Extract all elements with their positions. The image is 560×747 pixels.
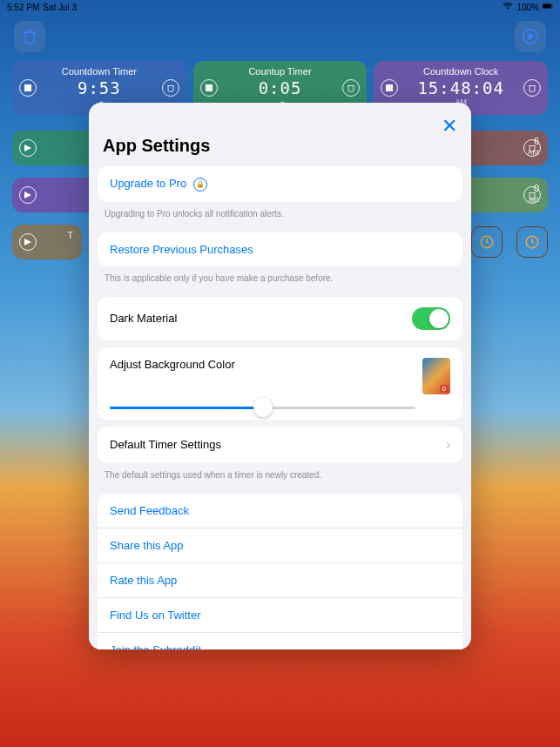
timer-time: 0:05 [202, 78, 359, 98]
bg-slider[interactable] [110, 407, 415, 409]
adjust-bg-label: Adjust Background Color [110, 358, 235, 371]
trash-icon[interactable] [342, 79, 360, 97]
battery-icon [543, 2, 553, 12]
play-circle-button[interactable] [515, 21, 546, 52]
adjust-bg-row: Adjust Background Color [98, 347, 462, 420]
restore-note: This is applicable only if you have make… [89, 270, 471, 290]
chevron-right-icon: › [446, 437, 450, 453]
bg-preview-thumb[interactable] [422, 358, 450, 394]
stop-icon[interactable] [381, 79, 398, 97]
trash-icon[interactable] [523, 186, 541, 204]
upgrade-label: Upgrade to Pro [110, 177, 186, 190]
subreddit-row[interactable]: Join the Subreddit [98, 633, 462, 649]
stop-icon[interactable] [200, 79, 218, 97]
upgrade-note: Upgrading to Pro unlocks all notificatio… [89, 205, 471, 225]
slider-thumb[interactable] [253, 398, 273, 417]
timer-title: Countdown Clock [382, 66, 539, 77]
battery-pct: 100% [516, 3, 539, 12]
lock-icon: 🔒 [193, 178, 207, 192]
dark-material-label: Dark Material [110, 312, 177, 325]
svg-rect-0 [543, 4, 551, 9]
close-button[interactable]: ✕ [442, 115, 457, 138]
status-time: 5:52 PM [7, 3, 39, 12]
modal-title: App Settings [103, 136, 210, 156]
play-icon[interactable] [19, 139, 37, 157]
play-icon[interactable] [19, 186, 37, 204]
dark-material-toggle[interactable] [412, 307, 450, 330]
trash-icon[interactable] [523, 139, 541, 157]
trash-icon[interactable] [523, 79, 541, 97]
dark-material-row[interactable]: Dark Material [98, 297, 462, 340]
timer-card[interactable]: T [12, 225, 82, 259]
svg-rect-4 [206, 84, 213, 91]
svg-rect-3 [24, 84, 31, 91]
timer-title: Countup Timer [202, 66, 359, 77]
svg-rect-1 [552, 5, 553, 7]
restore-label: Restore Previous Purchases [110, 243, 253, 256]
stop-icon[interactable] [19, 79, 37, 97]
clock-button[interactable] [516, 226, 548, 258]
upgrade-pro-row[interactable]: Upgrade to Pro 🔒 [98, 166, 462, 202]
timer-time: 15:48:04 [382, 78, 539, 98]
rate-app-row[interactable]: Rate this App [98, 563, 462, 598]
timer-time: 9:53 [21, 78, 178, 98]
restore-purchases-row[interactable]: Restore Previous Purchases [98, 232, 462, 266]
trash-button[interactable] [14, 21, 45, 52]
timer-title: Countdown Timer [21, 66, 178, 77]
trash-icon[interactable] [162, 79, 179, 97]
settings-modal: App Settings ✕ Upgrade to Pro 🔒 Upgradin… [89, 103, 471, 649]
wifi-icon [503, 2, 513, 12]
default-note: The default settings used when a timer i… [89, 467, 471, 487]
status-bar: 5:52 PM Sat Jul 3 100% [0, 0, 560, 14]
status-date: Sat Jul 3 [43, 3, 77, 12]
send-feedback-row[interactable]: Send Feedback [98, 494, 462, 528]
svg-rect-5 [386, 84, 393, 91]
share-app-row[interactable]: Share this App [98, 528, 462, 563]
default-timer-row[interactable]: Default Timer Settings › [98, 427, 462, 463]
default-timer-label: Default Timer Settings [110, 438, 221, 451]
play-icon[interactable] [19, 233, 37, 251]
twitter-row[interactable]: Find Us on Twitter [98, 598, 462, 633]
clock-button[interactable] [471, 226, 503, 258]
